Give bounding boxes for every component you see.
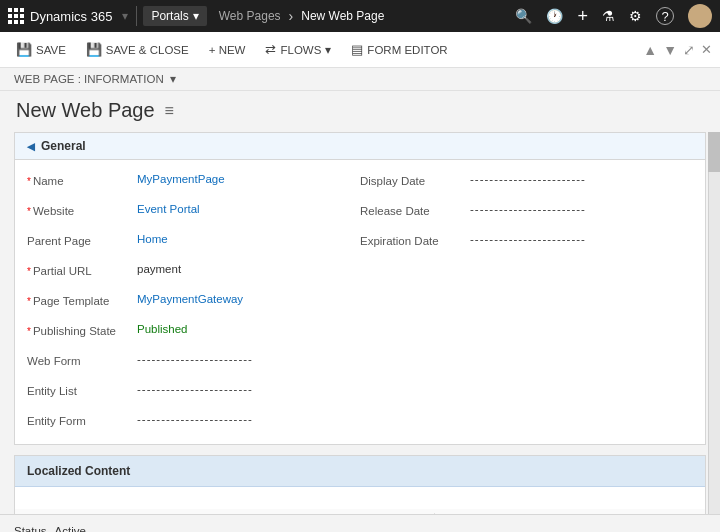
save-label: SAVE <box>36 44 66 56</box>
app-name: Dynamics 365 <box>30 9 112 24</box>
close-icon[interactable]: ✕ <box>701 42 712 57</box>
new-label: + NEW <box>209 44 246 56</box>
scroll-thumb[interactable] <box>708 132 720 172</box>
name-value[interactable]: MyPaymentPage <box>137 173 360 185</box>
status-label: Status <box>14 525 47 533</box>
status-line-1: Status Active <box>14 525 706 533</box>
expiration-date-row: Expiration Date ------------------------ <box>360 228 693 256</box>
release-date-row: Release Date ------------------------ <box>360 198 693 226</box>
section-title: WEB PAGE : INFORMATION <box>14 73 164 85</box>
entity-form-value[interactable]: ------------------------ <box>137 413 360 425</box>
table-header-row: Name ↑ Website Portal Language (Webpage … <box>15 509 705 514</box>
display-date-label: Display Date <box>360 173 470 187</box>
section-title-bar: WEB PAGE : INFORMATION ▾ <box>0 68 720 91</box>
general-title: General <box>41 139 86 153</box>
page-title-area: New Web Page ≡ <box>0 91 720 132</box>
website-label: *Website <box>27 203 137 217</box>
web-form-row: Web Form ------------------------ <box>27 348 360 376</box>
page-template-value[interactable]: MyPaymentGateway <box>137 293 360 305</box>
entity-list-label: Entity List <box>27 383 137 397</box>
partial-url-required-star: * <box>27 266 31 277</box>
flows-icon: ⇄ <box>265 42 276 57</box>
add-icon[interactable]: + <box>577 6 588 27</box>
help-icon[interactable]: ? <box>656 7 674 25</box>
flows-button[interactable]: ⇄ FLOWS ▾ <box>257 38 339 61</box>
new-button[interactable]: + NEW <box>201 40 254 60</box>
parent-page-value[interactable]: Home <box>137 233 360 245</box>
partial-url-label: *Partial URL <box>27 263 137 277</box>
general-form-card: ◀ General *Name MyPaymentPage *Website <box>14 132 706 445</box>
breadcrumb-sep: › <box>289 8 294 24</box>
down-arrow-icon[interactable]: ▼ <box>663 42 677 58</box>
avatar[interactable] <box>688 4 712 28</box>
localized-body: Name ↑ Website Portal Language (Webpage … <box>15 487 705 514</box>
partial-url-value[interactable]: payment <box>137 263 360 275</box>
localized-content-header[interactable]: Localized Content <box>15 456 705 487</box>
breadcrumb-current: New Web Page <box>301 9 384 23</box>
portals-chevron: ▾ <box>193 9 199 23</box>
toolbar-right: ▲ ▼ ⤢ ✕ <box>643 42 712 58</box>
publishing-state-label: *Publishing State <box>27 323 137 337</box>
save-close-button[interactable]: 💾 SAVE & CLOSE <box>78 38 197 61</box>
expiration-date-value[interactable]: ------------------------ <box>470 233 693 245</box>
form-editor-label: FORM EDITOR <box>367 44 447 56</box>
form-editor-icon: ▤ <box>351 42 363 57</box>
flows-chevron-icon: ▾ <box>325 43 331 57</box>
page-menu-icon[interactable]: ≡ <box>165 102 174 120</box>
save-icon: 💾 <box>16 42 32 57</box>
section-dropdown-icon[interactable]: ▾ <box>170 72 176 86</box>
release-date-value[interactable]: ------------------------ <box>470 203 693 215</box>
general-section-header[interactable]: ◀ General <box>15 133 705 160</box>
main-content: ◀ General *Name MyPaymentPage *Website <box>0 132 720 514</box>
localized-content-card: Localized Content Name ↑ Website Portal … <box>14 455 706 514</box>
flows-label: FLOWS <box>280 44 321 56</box>
page-template-label: *Page Template <box>27 293 137 307</box>
entity-list-row: Entity List ------------------------ <box>27 378 360 406</box>
save-button[interactable]: 💾 SAVE <box>8 38 74 61</box>
publishing-state-row: *Publishing State Published <box>27 318 360 346</box>
scroll-track[interactable] <box>708 132 720 514</box>
status-value: Active <box>55 525 86 533</box>
display-date-row: Display Date ------------------------ <box>360 168 693 196</box>
partial-url-row: *Partial URL payment <box>27 258 360 286</box>
web-form-label: Web Form <box>27 353 137 367</box>
release-date-label: Release Date <box>360 203 470 217</box>
localized-title: Localized Content <box>27 464 130 478</box>
grid-icon <box>8 8 24 24</box>
website-required-star: * <box>27 206 31 217</box>
collapse-icon: ◀ <box>27 141 35 152</box>
form-editor-button[interactable]: ▤ FORM EDITOR <box>343 38 455 61</box>
website-value[interactable]: Event Portal <box>137 203 360 215</box>
parent-page-label: Parent Page <box>27 233 137 247</box>
web-form-value[interactable]: ------------------------ <box>137 353 360 365</box>
name-label: *Name <box>27 173 137 187</box>
up-arrow-icon[interactable]: ▲ <box>643 42 657 58</box>
entity-form-label: Entity Form <box>27 413 137 427</box>
publishing-state-required-star: * <box>27 326 31 337</box>
save-close-label: SAVE & CLOSE <box>106 44 189 56</box>
filter-icon[interactable]: ⚗ <box>602 8 615 24</box>
breadcrumb-parent[interactable]: Web Pages <box>219 9 281 23</box>
search-icon[interactable]: 🔍 <box>515 8 532 24</box>
app-logo[interactable]: Dynamics 365 <box>8 8 120 24</box>
portals-dropdown[interactable]: Portals ▾ <box>143 6 206 26</box>
page-template-row: *Page Template MyPaymentGateway <box>27 288 360 316</box>
page-title: New Web Page <box>16 99 155 122</box>
website-row: *Website Event Portal <box>27 198 360 226</box>
expiration-date-label: Expiration Date <box>360 233 470 247</box>
entity-list-value[interactable]: ------------------------ <box>137 383 360 395</box>
col-header-portal[interactable]: Portal Language (Webpage Lang...) <box>275 513 435 514</box>
top-nav: Dynamics 365 ▾ Portals ▾ Web Pages › New… <box>0 0 720 32</box>
history-icon[interactable]: 🕐 <box>546 8 563 24</box>
settings-icon[interactable]: ⚙ <box>629 8 642 24</box>
breadcrumb: Web Pages › New Web Page <box>219 8 385 24</box>
form-right-col: Display Date ------------------------ Re… <box>360 168 693 436</box>
publishing-state-value[interactable]: Published <box>137 323 360 335</box>
expand-icon[interactable]: ⤢ <box>683 42 695 58</box>
save-close-icon: 💾 <box>86 42 102 57</box>
nav-actions: 🔍 🕐 + ⚗ ⚙ ? <box>515 4 712 28</box>
display-date-value[interactable]: ------------------------ <box>470 173 693 185</box>
portals-label: Portals <box>151 9 188 23</box>
page-template-required-star: * <box>27 296 31 307</box>
toolbar: 💾 SAVE 💾 SAVE & CLOSE + NEW ⇄ FLOWS ▾ ▤ … <box>0 32 720 68</box>
